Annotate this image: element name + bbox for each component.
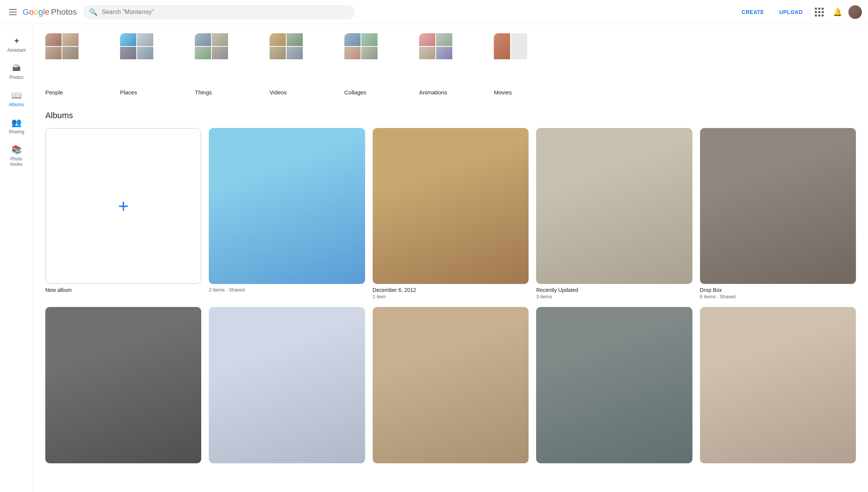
assistant-icon: ✦	[13, 36, 20, 46]
sidebar-label-assistant: Assistant	[7, 48, 26, 53]
sidebar-label-sharing: Sharing	[9, 129, 24, 134]
album-image-unnamed	[209, 128, 365, 284]
album-title-dec2012: December 6, 2012	[373, 287, 529, 293]
logo-google-text: Google	[23, 7, 49, 17]
category-collages[interactable]: Collages	[344, 33, 412, 96]
album-thumb-drop-box	[700, 128, 856, 284]
bottom-album-4[interactable]	[536, 307, 692, 463]
notifications-button[interactable]: 🔔	[830, 5, 845, 20]
places-thumb-2	[137, 33, 153, 46]
categories-grid: People Places	[45, 33, 856, 96]
places-thumb-3	[120, 47, 136, 60]
upload-button[interactable]: UPLOAD	[773, 6, 809, 18]
bottom-album-5[interactable]	[700, 307, 856, 463]
album-thumb-dec2012	[373, 128, 529, 284]
sharing-icon: 👥	[11, 118, 22, 128]
album-subtitle-dec2012: 1 item	[373, 294, 529, 299]
main-content: People Places	[33, 24, 868, 472]
sidebar-label-photos: Photos	[9, 75, 23, 80]
album-card-unnamed[interactable]: 2 items · Shared	[209, 128, 365, 299]
album-card-recently-updated[interactable]: Recently Updated 3 items	[536, 128, 692, 299]
search-input[interactable]	[102, 9, 349, 15]
category-name-places: Places	[120, 89, 187, 96]
album-image-drop-box	[700, 128, 856, 284]
album-subtitle-unnamed: 2 items · Shared	[209, 287, 365, 293]
avatar-image	[848, 5, 862, 19]
bottom-album-thumb-3	[373, 307, 529, 463]
movies-thumb-2	[511, 33, 527, 59]
collages-thumb-2	[361, 33, 378, 46]
category-movies[interactable]: Movies	[494, 33, 561, 96]
albums-section-title: Albums	[45, 111, 856, 120]
bottom-album-3[interactable]	[373, 307, 529, 463]
category-name-people: People	[45, 89, 113, 96]
animations-thumb-2	[436, 33, 452, 46]
people-thumb-4	[62, 47, 79, 60]
category-thumb-people	[45, 33, 113, 86]
animations-thumb-3	[419, 47, 435, 60]
apps-button[interactable]	[812, 5, 827, 20]
category-name-things: Things	[195, 89, 262, 96]
category-thumb-things	[195, 33, 262, 86]
app-body: ✦ Assistant 🏔 Photos 📖 Albums 👥 Sharing …	[0, 24, 868, 472]
sidebar-item-sharing[interactable]: 👥 Sharing	[3, 113, 30, 139]
new-album-label: New album	[45, 287, 201, 293]
photo-books-icon: 📚	[11, 145, 22, 155]
videos-thumb-1	[270, 33, 286, 46]
search-icon: 🔍	[89, 8, 97, 16]
search-container: 🔍	[83, 5, 355, 19]
sidebar-item-albums[interactable]: 📖 Albums	[3, 86, 30, 112]
bottom-album-2[interactable]	[209, 307, 365, 463]
category-things[interactable]: Things	[195, 33, 262, 96]
sidebar-item-photos[interactable]: 🏔 Photos	[3, 59, 30, 85]
sidebar-item-assistant[interactable]: ✦ Assistant	[3, 32, 30, 57]
videos-thumb-4	[287, 47, 303, 60]
category-thumb-places	[120, 33, 187, 86]
things-thumb-2	[212, 33, 228, 46]
category-places[interactable]: Places	[120, 33, 187, 96]
album-card-dec2012[interactable]: December 6, 2012 1 item	[373, 128, 529, 299]
album-image-dec2012	[373, 128, 529, 284]
sidebar-label-albums: Albums	[9, 102, 24, 107]
bottom-album-thumb-4	[536, 307, 692, 463]
header: Google Photos 🔍 CREATE UPLOAD 🔔	[0, 0, 868, 24]
category-videos[interactable]: Videos	[270, 33, 337, 96]
sidebar-item-photo-books[interactable]: 📚 Photo books	[3, 140, 30, 171]
category-people[interactable]: People	[45, 33, 113, 96]
create-button[interactable]: CREATE	[735, 6, 770, 18]
search-box: 🔍	[83, 5, 355, 19]
header-actions: CREATE UPLOAD 🔔	[735, 5, 862, 20]
sidebar-label-photo-books: Photo books	[6, 156, 27, 167]
bottom-album-thumb-2	[209, 307, 365, 463]
new-album-card[interactable]: + New album	[45, 128, 201, 299]
collages-thumb-1	[344, 33, 361, 46]
album-title-drop-box: Drop Box	[700, 287, 856, 293]
things-thumb-1	[195, 33, 211, 46]
menu-button[interactable]	[6, 6, 20, 18]
category-thumb-movies	[494, 33, 561, 86]
album-card-drop-box[interactable]: Drop Box 6 items · Shared	[700, 128, 856, 299]
category-name-videos: Videos	[270, 89, 337, 96]
photos-icon: 🏔	[12, 63, 21, 73]
bottom-album-thumb-5	[700, 307, 856, 463]
album-image-recently-updated	[536, 128, 692, 284]
things-thumb-3	[195, 47, 211, 60]
avatar[interactable]	[848, 5, 862, 19]
hamburger-line-3	[9, 14, 17, 15]
places-thumb-4	[137, 47, 153, 60]
logo[interactable]: Google Photos	[23, 7, 77, 17]
bottom-album-thumb-1	[45, 307, 201, 463]
category-name-animations: Animations	[419, 89, 486, 96]
bottom-album-1[interactable]	[45, 307, 201, 463]
album-subtitle-drop-box: 6 items · Shared	[700, 294, 856, 299]
videos-thumb-3	[270, 47, 286, 60]
category-animations[interactable]: Animations	[419, 33, 486, 96]
album-title-recently-updated: Recently Updated	[536, 287, 692, 293]
albums-icon: 📖	[11, 91, 22, 100]
videos-thumb-2	[287, 33, 303, 46]
collages-thumb-4	[361, 47, 378, 60]
people-thumb-2	[62, 33, 79, 46]
logo-photos-text: Photos	[51, 7, 77, 17]
album-thumb-recently-updated	[536, 128, 692, 284]
plus-icon: +	[118, 197, 129, 215]
